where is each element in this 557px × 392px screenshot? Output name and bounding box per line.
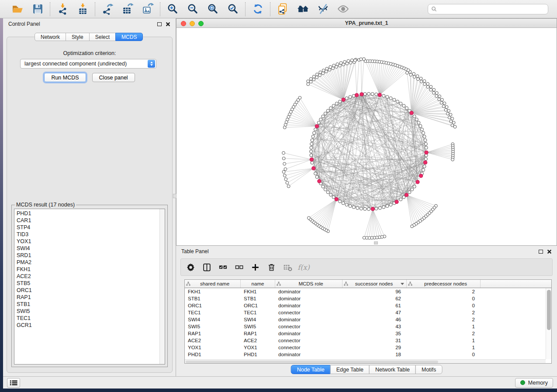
- mcds-result-item[interactable]: SWI4: [17, 245, 165, 252]
- network-hub-node[interactable]: [342, 98, 345, 101]
- canvas-resize-handle[interactable]: [374, 241, 378, 244]
- network-node[interactable]: [453, 125, 457, 128]
- zoom-in-button[interactable]: [166, 3, 179, 16]
- horizontal-scrollbar-thumb[interactable]: [186, 361, 438, 363]
- table-row[interactable]: TEC1TEC1connector472: [185, 309, 551, 316]
- optimization-criterion-select[interactable]: largest connected component (undirected): [20, 59, 156, 69]
- network-node[interactable]: [412, 72, 415, 76]
- network-node[interactable]: [363, 93, 367, 96]
- network-node[interactable]: [423, 79, 426, 83]
- network-node[interactable]: [435, 92, 438, 95]
- open-pages-button[interactable]: [296, 3, 309, 16]
- column-header-name[interactable]: name: [241, 280, 275, 288]
- network-node[interactable]: [409, 73, 412, 76]
- network-node[interactable]: [411, 225, 414, 228]
- close-panel-button[interactable]: Close panel: [92, 73, 135, 82]
- network-node[interactable]: [332, 104, 335, 107]
- network-node[interactable]: [448, 116, 451, 119]
- network-node[interactable]: [324, 188, 327, 191]
- tab-style[interactable]: Style: [66, 33, 90, 41]
- network-hub-node[interactable]: [335, 197, 338, 201]
- network-hub-node[interactable]: [395, 200, 398, 203]
- show-panels-button[interactable]: [7, 378, 20, 388]
- network-node[interactable]: [413, 185, 416, 188]
- mcds-list-scrollbar[interactable]: [159, 209, 165, 364]
- network-node[interactable]: [378, 206, 381, 210]
- network-node[interactable]: [339, 200, 342, 203]
- network-node[interactable]: [317, 121, 320, 124]
- network-node[interactable]: [382, 94, 385, 97]
- network-node[interactable]: [283, 162, 286, 165]
- network-node[interactable]: [349, 205, 352, 208]
- network-node[interactable]: [429, 88, 432, 91]
- mcds-result-item[interactable]: PMA2: [17, 259, 165, 266]
- mcds-result-item[interactable]: STB5: [17, 280, 165, 287]
- network-node[interactable]: [284, 168, 287, 171]
- network-node[interactable]: [352, 206, 355, 209]
- import-network-button[interactable]: [56, 3, 69, 16]
- window-minimize-button[interactable]: [190, 21, 195, 26]
- network-hub-node[interactable]: [425, 151, 428, 154]
- network-hub-node[interactable]: [318, 179, 321, 183]
- select-all-columns-button[interactable]: [218, 262, 228, 272]
- network-node[interactable]: [367, 93, 370, 96]
- network-canvas[interactable]: [176, 28, 557, 245]
- network-node[interactable]: [326, 109, 329, 112]
- network-node[interactable]: [426, 83, 429, 86]
- network-node[interactable]: [286, 181, 289, 184]
- mcds-result-item[interactable]: CAR1: [17, 217, 165, 224]
- network-node[interactable]: [311, 161, 314, 164]
- network-hub-node[interactable]: [312, 167, 315, 170]
- network-node[interactable]: [415, 118, 418, 121]
- network-node[interactable]: [440, 101, 443, 104]
- mcds-result-item[interactable]: FKH1: [17, 266, 165, 273]
- network-node[interactable]: [419, 124, 422, 127]
- window-zoom-button[interactable]: [198, 21, 204, 26]
- mcds-result-item[interactable]: STP4: [17, 224, 165, 231]
- network-node[interactable]: [450, 120, 453, 123]
- network-node[interactable]: [432, 91, 436, 94]
- network-node[interactable]: [449, 113, 452, 116]
- memory-button[interactable]: Memory: [515, 378, 553, 388]
- column-header-shared-name[interactable]: shared name: [185, 280, 241, 288]
- network-hub-node[interactable]: [315, 124, 318, 128]
- network-node[interactable]: [389, 97, 392, 100]
- export-table-button[interactable]: [121, 3, 134, 16]
- network-node[interactable]: [326, 191, 329, 194]
- zoom-out-button[interactable]: [186, 3, 199, 16]
- network-node[interactable]: [417, 121, 420, 124]
- network-node[interactable]: [423, 165, 426, 168]
- tab-mcds[interactable]: MCDS: [115, 33, 143, 41]
- network-node[interactable]: [396, 100, 399, 103]
- network-node[interactable]: [438, 95, 441, 98]
- export-image-button[interactable]: [141, 3, 154, 16]
- table-row[interactable]: PHD1PHD1dominator180: [185, 351, 551, 358]
- network-node[interactable]: [283, 174, 286, 177]
- network-node[interactable]: [429, 85, 432, 88]
- network-node[interactable]: [413, 115, 416, 118]
- network-node[interactable]: [422, 131, 425, 134]
- network-node[interactable]: [423, 135, 426, 138]
- network-hub-node[interactable]: [378, 93, 381, 96]
- network-from-document-button[interactable]: [276, 3, 289, 16]
- network-node[interactable]: [451, 158, 454, 161]
- tab-network[interactable]: Network: [35, 33, 66, 41]
- network-node[interactable]: [445, 106, 448, 109]
- network-node[interactable]: [329, 107, 332, 110]
- tab-motifs[interactable]: Motifs: [415, 365, 442, 374]
- network-node[interactable]: [315, 175, 318, 179]
- network-node[interactable]: [444, 108, 447, 111]
- table-row[interactable]: ACE2ACE2connector311: [185, 337, 551, 344]
- network-node[interactable]: [315, 76, 318, 79]
- show-eye-button[interactable]: [336, 3, 349, 16]
- table-row[interactable]: FKH1FKH1dominator962: [185, 288, 551, 295]
- network-node[interactable]: [386, 96, 389, 99]
- network-node[interactable]: [399, 198, 402, 201]
- table-panel-float-button[interactable]: [539, 250, 543, 254]
- control-panel-close-icon[interactable]: [166, 22, 170, 27]
- network-node[interactable]: [442, 105, 445, 108]
- network-node[interactable]: [360, 58, 363, 61]
- search-field[interactable]: [428, 4, 548, 14]
- delete-table-button[interactable]: [282, 262, 293, 272]
- network-node[interactable]: [311, 139, 314, 142]
